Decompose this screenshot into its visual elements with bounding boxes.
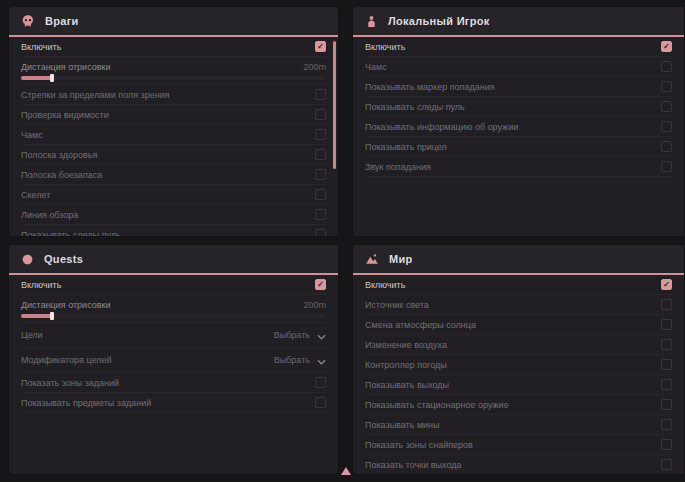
chevron-down-icon xyxy=(317,326,326,344)
checkbox-unchecked[interactable] xyxy=(661,141,672,152)
setting-label: Показывать маркер попадания xyxy=(365,82,495,92)
checkbox-unchecked[interactable] xyxy=(315,89,326,100)
checkbox-unchecked[interactable] xyxy=(315,209,326,220)
checkbox-unchecked[interactable] xyxy=(661,339,672,350)
setting-row-slider[interactable]: Дистанция отрисовки200m xyxy=(21,295,326,323)
checkbox-unchecked[interactable] xyxy=(661,359,672,370)
setting-row-toggle[interactable]: Включить✓ xyxy=(21,37,326,57)
checkbox-unchecked[interactable] xyxy=(661,379,672,390)
setting-label: Источник света xyxy=(365,300,429,310)
checkbox-unchecked[interactable] xyxy=(315,377,326,388)
select-dropdown[interactable]: Выбрать xyxy=(274,351,326,369)
checkbox-unchecked[interactable] xyxy=(315,149,326,160)
checkbox-unchecked[interactable] xyxy=(661,419,672,430)
slider-fill xyxy=(21,314,52,318)
panel-title: Мир xyxy=(389,253,413,265)
setting-row-toggle[interactable]: Показывать следы пуль xyxy=(21,225,326,237)
setting-label: Показывать следы пуль xyxy=(21,230,121,238)
panel-header: Quests xyxy=(9,245,338,275)
setting-row-toggle[interactable]: Включить✓ xyxy=(21,275,326,295)
setting-row-toggle[interactable]: Изменение воздуха xyxy=(365,335,672,355)
chevron-down-icon xyxy=(317,351,326,369)
slider-handle[interactable] xyxy=(50,74,54,82)
checkbox-unchecked[interactable] xyxy=(315,129,326,140)
setting-row-toggle[interactable]: Линия обзора xyxy=(21,205,326,225)
setting-row-toggle[interactable]: Звук попадания xyxy=(365,157,672,177)
select-label: Модификатора целей xyxy=(21,355,112,365)
select-dropdown[interactable]: Выбрать xyxy=(274,326,326,344)
checkbox-unchecked[interactable] xyxy=(315,229,326,237)
checkbox-unchecked[interactable] xyxy=(661,101,672,112)
setting-label: Изменение воздуха xyxy=(365,340,447,350)
setting-row-toggle[interactable]: Скелет xyxy=(21,185,326,205)
panel-local-player: Локальный Игрок Включить✓ЧамсПоказывать … xyxy=(352,6,685,237)
setting-row-toggle[interactable]: Проверка видимости xyxy=(21,105,326,125)
setting-label: Проверка видимости xyxy=(21,110,109,120)
setting-row-toggle[interactable]: Включить✓ xyxy=(365,37,672,57)
checkbox-unchecked[interactable] xyxy=(661,439,672,450)
setting-row-toggle[interactable]: Показать точки выхода xyxy=(365,455,672,475)
slider-label: Дистанция отрисовки xyxy=(21,62,111,72)
panel-header: Локальный Игрок xyxy=(353,7,684,37)
setting-label: Включить xyxy=(21,280,61,290)
checkbox-unchecked[interactable] xyxy=(661,161,672,172)
checkbox-unchecked[interactable] xyxy=(661,399,672,410)
slider-value: 200m xyxy=(303,62,326,72)
checkbox-unchecked[interactable] xyxy=(661,61,672,72)
checkbox-unchecked[interactable] xyxy=(315,189,326,200)
setting-row-toggle[interactable]: Показывать мины xyxy=(365,415,672,435)
setting-row-toggle[interactable]: Включить✓ xyxy=(365,275,672,295)
setting-label: Стрелки за пределами поля зрения xyxy=(21,90,170,100)
setting-label: Показывать мины xyxy=(365,420,440,430)
slider-track[interactable] xyxy=(21,314,326,318)
setting-label: Показать зоны заданий xyxy=(21,378,119,388)
slider-fill xyxy=(21,76,52,80)
checkbox-unchecked[interactable] xyxy=(315,397,326,408)
setting-row-toggle[interactable]: Полоска здоровья xyxy=(21,145,326,165)
setting-row-toggle[interactable]: Показывать прицел xyxy=(365,137,672,157)
setting-label: Полоска здоровья xyxy=(21,150,97,160)
setting-row-toggle[interactable]: Чамс xyxy=(21,125,326,145)
checkbox-checked[interactable]: ✓ xyxy=(315,41,326,52)
checkbox-checked[interactable]: ✓ xyxy=(661,41,672,52)
setting-label: Показывать прицел xyxy=(365,142,447,152)
setting-row-select[interactable]: ЦелиВыбрать xyxy=(21,323,326,348)
setting-row-toggle[interactable]: Показывать предметы заданий xyxy=(21,393,326,413)
setting-row-slider[interactable]: Дистанция отрисовки200m xyxy=(21,57,326,85)
checkbox-unchecked[interactable] xyxy=(661,319,672,330)
skull-icon xyxy=(21,14,35,28)
setting-row-select[interactable]: Модификатора целейВыбрать xyxy=(21,348,326,373)
quest-marker-icon xyxy=(21,253,34,266)
checkbox-checked[interactable]: ✓ xyxy=(661,279,672,290)
setting-row-toggle[interactable]: Показывать маркер попадания xyxy=(365,77,672,97)
setting-row-toggle[interactable]: Смена атмосферы солнца xyxy=(365,315,672,335)
setting-label: Показывать следы пуль xyxy=(365,102,465,112)
setting-row-toggle[interactable]: Показать зоны заданий xyxy=(21,373,326,393)
checkbox-unchecked[interactable] xyxy=(661,459,672,470)
setting-label: Показать зоны снайперов xyxy=(365,440,473,450)
setting-row-toggle[interactable]: Показывать информацию об оружии xyxy=(365,117,672,137)
setting-row-toggle[interactable]: Стрелки за пределами поля зрения xyxy=(21,85,326,105)
setting-row-toggle[interactable]: Показывать стационарное оружие xyxy=(365,395,672,415)
slider-track[interactable] xyxy=(21,76,326,80)
panel-quests: Quests Включить✓Дистанция отрисовки200mЦ… xyxy=(8,244,339,475)
checkbox-checked[interactable]: ✓ xyxy=(315,279,326,290)
setting-row-toggle[interactable]: Полоска боезапаса xyxy=(21,165,326,185)
checkbox-unchecked[interactable] xyxy=(315,169,326,180)
checkbox-unchecked[interactable] xyxy=(661,299,672,310)
setting-row-toggle[interactable]: Показывать следы пуль xyxy=(365,97,672,117)
select-label: Цели xyxy=(21,330,43,340)
setting-row-toggle[interactable]: Показать зоны снайперов xyxy=(365,435,672,455)
slider-label: Дистанция отрисовки xyxy=(21,300,111,310)
slider-handle[interactable] xyxy=(50,312,54,320)
panel-title: Quests xyxy=(44,253,83,265)
setting-row-toggle[interactable]: Контроллер погоды xyxy=(365,355,672,375)
checkbox-unchecked[interactable] xyxy=(315,109,326,120)
checkbox-unchecked[interactable] xyxy=(661,81,672,92)
setting-label: Показывать выходы xyxy=(365,380,449,390)
checkbox-unchecked[interactable] xyxy=(661,121,672,132)
setting-row-toggle[interactable]: Источник света xyxy=(365,295,672,315)
setting-row-toggle[interactable]: Показывать выходы xyxy=(365,375,672,395)
setting-row-toggle[interactable]: Чамс xyxy=(365,57,672,77)
scrollbar-thumb[interactable] xyxy=(333,41,336,169)
